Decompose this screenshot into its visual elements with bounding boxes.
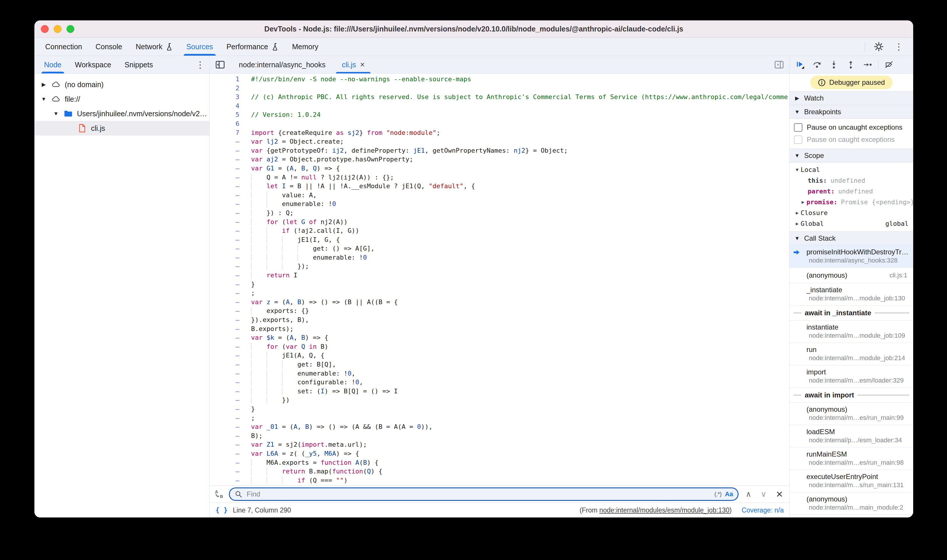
call-stack-frame[interactable]: (anonymous)cli.js:1	[790, 268, 913, 283]
scope-row-parent[interactable]: parent:undefined	[790, 186, 913, 197]
expand-debugger-panel-icon[interactable]	[768, 60, 790, 70]
line-number[interactable]: –	[210, 431, 251, 440]
step-into-icon[interactable]	[826, 58, 841, 71]
line-number[interactable]: –	[210, 476, 251, 485]
deactivate-breakpoints-icon[interactable]	[881, 58, 896, 71]
line-number[interactable]: –	[210, 423, 251, 431]
line-number[interactable]: –	[210, 253, 251, 262]
line-number[interactable]: –	[210, 405, 251, 414]
scope-row-this[interactable]: this:undefined	[790, 175, 913, 186]
find-previous-icon[interactable]: ∧	[743, 489, 754, 499]
call-stack-frame[interactable]: loadESMnode:internal/p…/esm_loader:34	[790, 425, 913, 448]
close-tab-icon[interactable]: ×	[360, 60, 365, 69]
call-stack-frame[interactable]: (anonymous)node:internal/m…main_module:2	[790, 492, 913, 515]
line-number[interactable]: –	[210, 191, 251, 200]
collapse-navigator-icon[interactable]	[210, 60, 231, 70]
line-number[interactable]: 3	[210, 93, 251, 102]
line-number[interactable]: –	[210, 467, 251, 476]
section-call-stack[interactable]: ▼ Call Stack	[790, 231, 913, 245]
call-stack-frame[interactable]: importnode:internal/m…esm/loader:329	[790, 365, 913, 388]
sidebar-tab-workspace[interactable]: Workspace	[68, 56, 118, 74]
tree-item-file-[interactable]: ▼file://	[34, 92, 209, 106]
call-stack-frame[interactable]: promiseInitHookWithDestroyTr…node:intern…	[790, 245, 913, 268]
line-number[interactable]: –	[210, 235, 251, 245]
sidebar-tab-node[interactable]: Node	[37, 56, 68, 74]
line-number[interactable]: –	[210, 333, 251, 342]
match-case-toggle[interactable]: Aa	[725, 490, 733, 498]
sidebar-tab-snippets[interactable]: Snippets	[118, 56, 159, 74]
line-number[interactable]: –	[210, 182, 251, 191]
tab-sources[interactable]: Sources	[180, 38, 220, 55]
pretty-print-icon[interactable]: { }	[216, 506, 228, 514]
scope-row-Closure[interactable]: ▶Closure	[790, 208, 913, 218]
line-number[interactable]: –	[210, 449, 251, 458]
step-icon[interactable]	[860, 58, 875, 71]
line-number[interactable]: –	[210, 200, 251, 209]
tab-network[interactable]: Network	[129, 38, 180, 55]
line-number[interactable]: 7	[210, 129, 251, 137]
tab-connection[interactable]: Connection	[39, 38, 89, 55]
editor-tab-cli-js[interactable]: cli.js×	[333, 56, 373, 74]
call-stack-frame[interactable]: executeUserEntryPointnode:internal/m…s/r…	[790, 470, 913, 492]
scope-row-Global[interactable]: ▶Globalglobal	[790, 218, 913, 229]
more-options-icon[interactable]: ⋮	[893, 42, 905, 51]
line-number[interactable]: –	[210, 351, 251, 360]
step-over-icon[interactable]	[810, 58, 825, 71]
line-number[interactable]: –	[210, 306, 251, 315]
scope-row-promise[interactable]: ▶promise:Promise {<pending>}	[790, 197, 913, 208]
scope-row-Local[interactable]: ▼Local	[790, 164, 913, 175]
find-next-icon[interactable]: ∨	[758, 489, 769, 499]
tree-item-users-jinhuilee-nvm-versions-node-v2-[interactable]: ▼Users/jinhuilee/.nvm/versions/node/v2…	[34, 106, 209, 121]
line-number[interactable]: –	[210, 369, 251, 378]
line-number[interactable]: –	[210, 387, 251, 396]
line-number[interactable]: 2	[210, 84, 251, 93]
line-number[interactable]: –	[210, 325, 251, 334]
line-number[interactable]: –	[210, 173, 251, 182]
find-close-icon[interactable]: ✕	[774, 489, 785, 499]
source-origin-link[interactable]: node:internal/modules/esm/module_job:130	[600, 506, 730, 514]
line-number[interactable]: –	[210, 378, 251, 387]
line-number[interactable]: –	[210, 164, 251, 173]
line-number[interactable]: 6	[210, 120, 251, 129]
section-breakpoints[interactable]: ▼ Breakpoints	[790, 105, 913, 119]
line-number[interactable]: –	[210, 280, 251, 289]
navigator-more-icon[interactable]: ⋮	[194, 60, 207, 69]
line-number[interactable]: –	[210, 298, 251, 307]
regex-toggle[interactable]: (.*)	[714, 491, 721, 498]
tree-item-cli-js[interactable]: cli.js	[34, 121, 209, 135]
replace-toggle-icon[interactable]: A B	[214, 489, 224, 499]
line-number[interactable]: 1	[210, 75, 251, 84]
line-number[interactable]: 4	[210, 102, 251, 111]
section-scope[interactable]: ▼ Scope	[790, 149, 913, 163]
line-number[interactable]: –	[210, 458, 251, 467]
line-number[interactable]: –	[210, 146, 251, 155]
checkbox[interactable]	[794, 135, 802, 144]
tab-performance[interactable]: Performance	[220, 38, 285, 55]
coverage-link[interactable]: Coverage: n/a	[742, 506, 784, 514]
line-number[interactable]: –	[210, 342, 251, 351]
call-stack-frame[interactable]: (anonymous)node:internal/m…es/run_main:9…	[790, 403, 913, 425]
editor-tab-node-internal-async-hooks[interactable]: node:internal/async_hooks	[231, 56, 333, 74]
line-number[interactable]: –	[210, 289, 251, 298]
line-number[interactable]: –	[210, 218, 251, 227]
line-number[interactable]: –	[210, 155, 251, 164]
call-stack-frame[interactable]: _instantiatenode:internal/m…module_job:1…	[790, 283, 913, 306]
step-out-icon[interactable]	[843, 58, 858, 71]
line-number[interactable]: –	[210, 262, 251, 271]
line-number[interactable]: –	[210, 271, 251, 280]
tree-item--no-domain-[interactable]: ▶(no domain)	[34, 77, 209, 92]
line-number[interactable]: –	[210, 137, 251, 146]
line-number[interactable]: –	[210, 360, 251, 369]
resume-script-icon[interactable]	[793, 58, 808, 71]
find-input[interactable]	[246, 490, 711, 498]
settings-gear-icon[interactable]	[874, 42, 884, 52]
line-number[interactable]: –	[210, 226, 251, 235]
line-number[interactable]: –	[210, 315, 251, 325]
line-number[interactable]: –	[210, 209, 251, 218]
tab-console[interactable]: Console	[89, 38, 129, 55]
call-stack-frame[interactable]: instantiatenode:internal/m…module_job:10…	[790, 320, 913, 343]
line-number[interactable]: –	[210, 414, 251, 423]
line-number[interactable]: –	[210, 440, 251, 449]
tab-memory[interactable]: Memory	[285, 38, 325, 55]
call-stack-frame[interactable]: runMainESMnode:internal/m…es/run_main:98	[790, 448, 913, 470]
